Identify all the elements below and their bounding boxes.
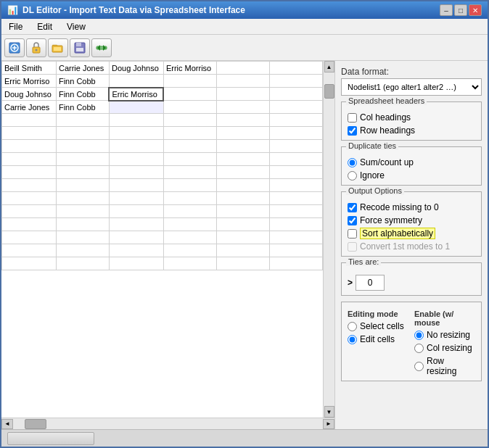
toolbar-save-button[interactable] [70,38,90,57]
cell-r6c3[interactable] [163,140,216,153]
cell-r14c0[interactable] [2,244,57,257]
cell-r6c0[interactable] [2,140,57,153]
cell-r6c4[interactable] [216,140,269,153]
cell-r0c0[interactable]: Beill Smith [2,62,57,75]
cell-r1c4[interactable] [216,75,269,88]
cell-r15c4[interactable] [216,257,269,270]
cell-r2c2[interactable]: Erric Morriso [109,88,163,101]
cell-r12c2[interactable] [109,218,163,231]
sort-alphabetically-checkbox[interactable] [348,229,357,238]
horizontal-scrollbar[interactable]: ◄ ► [1,418,334,429]
toolbar-import-button[interactable] [91,38,112,57]
menu-file[interactable]: File [4,20,27,33]
cell-r11c0[interactable] [2,205,57,218]
close-button[interactable]: ✕ [469,4,482,16]
cell-r15c0[interactable] [2,257,57,270]
cell-r14c1[interactable] [56,244,109,257]
cell-r11c1[interactable] [56,205,109,218]
cell-r9c0[interactable] [2,179,57,192]
toolbar-open-button[interactable] [48,38,68,57]
cell-r13c2[interactable] [109,231,163,244]
cell-r13c3[interactable] [163,231,216,244]
maximize-button[interactable]: □ [454,4,467,16]
cell-r9c4[interactable] [216,179,269,192]
toolbar-new-button[interactable] [4,38,25,57]
cell-r13c0[interactable] [2,231,57,244]
cell-r1c3[interactable] [163,75,216,88]
toolbar-lock-button[interactable] [26,38,46,57]
cell-r7c0[interactable] [2,153,57,166]
cell-r8c1[interactable] [56,166,109,179]
cell-r10c0[interactable] [2,192,57,205]
cell-r2c0[interactable]: Doug Johnso [2,88,57,101]
cell-r5c2[interactable] [109,127,163,140]
cell-r9c3[interactable] [163,179,216,192]
cell-r1c0[interactable]: Erric Morriso [2,75,57,88]
recode-missing-checkbox[interactable] [348,203,357,212]
cell-r10c4[interactable] [216,192,269,205]
cell-r5c5[interactable] [269,127,322,140]
cell-r10c5[interactable] [269,192,322,205]
cell-r7c5[interactable] [269,153,322,166]
cell-r2c5[interactable] [269,88,322,101]
cell-r7c1[interactable] [56,153,109,166]
cell-r11c2[interactable] [109,205,163,218]
scroll-thumb-v[interactable] [324,84,334,99]
cell-r12c1[interactable] [56,218,109,231]
cell-r1c1[interactable]: Finn Cobb [56,75,109,88]
cell-r11c3[interactable] [163,205,216,218]
cell-r2c3[interactable] [163,88,216,101]
cell-r3c3[interactable] [163,101,216,114]
spreadsheet-scroll[interactable]: Beill Smith Carrie Jones Doug Johnso Err… [1,61,334,418]
cell-r4c3[interactable] [163,114,216,127]
cell-r13c1[interactable] [56,231,109,244]
cell-r2c4[interactable] [216,88,269,101]
cell-r8c3[interactable] [163,166,216,179]
cell-r8c2[interactable] [109,166,163,179]
cell-r0c1[interactable]: Carrie Jones [56,62,109,75]
cell-r10c2[interactable] [109,192,163,205]
cell-r8c5[interactable] [269,166,322,179]
cell-r6c1[interactable] [56,140,109,153]
cell-r15c2[interactable] [109,257,163,270]
cell-r4c1[interactable] [56,114,109,127]
vertical-scrollbar[interactable]: ▲ ▼ [323,61,334,418]
cell-r0c3[interactable]: Erric Morriso [163,62,216,75]
cell-r10c3[interactable] [163,192,216,205]
sum-count-up-radio[interactable] [348,158,357,167]
col-headings-checkbox[interactable] [348,113,357,123]
cell-r1c5[interactable] [269,75,322,88]
cell-r15c3[interactable] [163,257,216,270]
bottom-action-button[interactable] [7,432,94,445]
convert-1st-modes-checkbox[interactable] [348,242,357,252]
force-symmetry-checkbox[interactable] [348,216,357,225]
cell-r0c5[interactable] [269,62,322,75]
cell-r3c1[interactable]: Finn Cobb [56,101,109,114]
cell-r5c4[interactable] [216,127,269,140]
row-resizing-radio[interactable] [414,362,424,371]
cell-r8c4[interactable] [216,166,269,179]
select-cells-radio[interactable] [348,322,357,331]
menu-view[interactable]: View [62,20,90,33]
ties-value-input[interactable] [356,275,385,291]
cell-r11c5[interactable] [269,205,322,218]
cell-r8c0[interactable] [2,166,57,179]
cell-r3c0[interactable]: Carrie Jones [2,101,57,114]
cell-r0c2[interactable]: Doug Johnso [109,62,163,75]
cell-r12c3[interactable] [163,218,216,231]
cell-r9c5[interactable] [269,179,322,192]
cell-r1c2[interactable] [109,75,163,88]
cell-r15c1[interactable] [56,257,109,270]
edit-cells-radio[interactable] [348,335,357,344]
cell-r7c3[interactable] [163,153,216,166]
cell-r6c5[interactable] [269,140,322,153]
cell-r5c3[interactable] [163,127,216,140]
cell-r4c5[interactable] [269,114,322,127]
minimize-button[interactable]: – [440,4,453,16]
no-resizing-radio[interactable] [414,331,424,340]
cell-r0c4[interactable] [216,62,269,75]
cell-r12c0[interactable] [2,218,57,231]
menu-edit[interactable]: Edit [33,20,57,33]
cell-r15c5[interactable] [269,257,322,270]
cell-r9c2[interactable] [109,179,163,192]
